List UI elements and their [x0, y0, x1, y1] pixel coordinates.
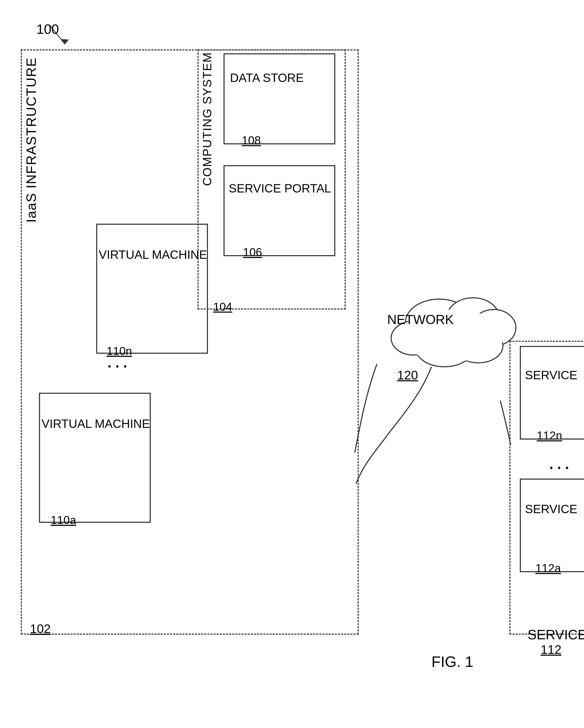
iaas-ref-text: 102	[30, 622, 51, 636]
svg-point-3	[447, 298, 499, 337]
datastore-ref-text: 108	[242, 134, 261, 147]
service-ellipsis: ...	[548, 450, 572, 474]
fig-label: FIG. 1	[432, 653, 473, 670]
vm-n-box	[96, 224, 208, 354]
service-n-ref-text: 112n	[537, 429, 562, 442]
svg-point-5	[453, 329, 503, 363]
svg-point-4	[472, 310, 516, 346]
vm-a-box	[39, 393, 151, 523]
serviceportal-label: SERVICE PORTAL	[229, 181, 331, 197]
services-ref-text: 112	[540, 643, 561, 656]
serviceportal-label-text: SERVICE PORTAL	[229, 182, 331, 195]
network-label: NETWORK	[387, 312, 454, 327]
iaas-label-text: IaaS INFRASTRUCTURE	[24, 57, 39, 223]
iaas-ref: 102	[30, 622, 51, 636]
computing-ref: 104	[213, 301, 232, 313]
ref-100-text: 100	[36, 22, 59, 37]
network-ref-text: 120	[397, 368, 418, 382]
service-a-ref: 112a	[535, 562, 561, 575]
diagram: 100 IaaS INFRASTRUCTURE 102 COMPUTING SY…	[16, 16, 561, 705]
datastore-label-text: DATA STORE	[230, 71, 304, 84]
vm-n-label-text: VIRTUAL MACHINE	[99, 248, 207, 261]
service-n-box	[520, 346, 584, 440]
network-label-text: NETWORK	[387, 312, 454, 327]
service-a-label-text: SERVICE	[525, 502, 577, 516]
datastore-box	[224, 53, 335, 145]
vm-a-ref-text: 110a	[51, 514, 76, 526]
service-a-box	[520, 478, 584, 572]
datastore-ref: 108	[242, 134, 261, 147]
services-ref: 112	[540, 643, 561, 657]
vm-a-ref: 110a	[51, 514, 76, 527]
network-ref: 120	[397, 368, 418, 382]
service-ellipsis-text: ...	[548, 450, 572, 473]
service-a-label: SERVICE	[525, 502, 577, 516]
service-n-ref: 112n	[537, 429, 562, 442]
vm-n-ref-text: 110n	[107, 345, 132, 357]
vm-a-label-text: VIRTUAL MACHINE	[41, 417, 150, 431]
vm-n-ref: 110n	[107, 345, 132, 358]
fig-label-text: FIG. 1	[432, 653, 473, 670]
vm-a-label: VIRTUAL MACHINE	[41, 416, 150, 432]
computing-ref-text: 104	[213, 301, 232, 313]
serviceportal-box	[224, 165, 335, 256]
service-n-label: SERVICE	[525, 368, 577, 382]
service-n-label-text: SERVICE	[525, 368, 577, 382]
svg-point-6	[416, 330, 473, 367]
serviceportal-ref-text: 106	[243, 246, 262, 259]
ref-100-label: 100	[36, 21, 59, 37]
vm-n-label: VIRTUAL MACHINE	[99, 247, 207, 263]
services-label: SERVICES	[528, 627, 584, 643]
datastore-label: DATA STORE	[230, 70, 304, 86]
computing-label: COMPUTING SYSTEM	[200, 52, 214, 186]
svg-marker-1	[60, 39, 69, 44]
service-a-ref-text: 112a	[535, 562, 561, 575]
computing-label-text: COMPUTING SYSTEM	[200, 52, 214, 186]
serviceportal-ref: 106	[243, 246, 262, 259]
services-label-text: SERVICES	[528, 627, 584, 642]
iaas-label: IaaS INFRASTRUCTURE	[23, 57, 39, 223]
